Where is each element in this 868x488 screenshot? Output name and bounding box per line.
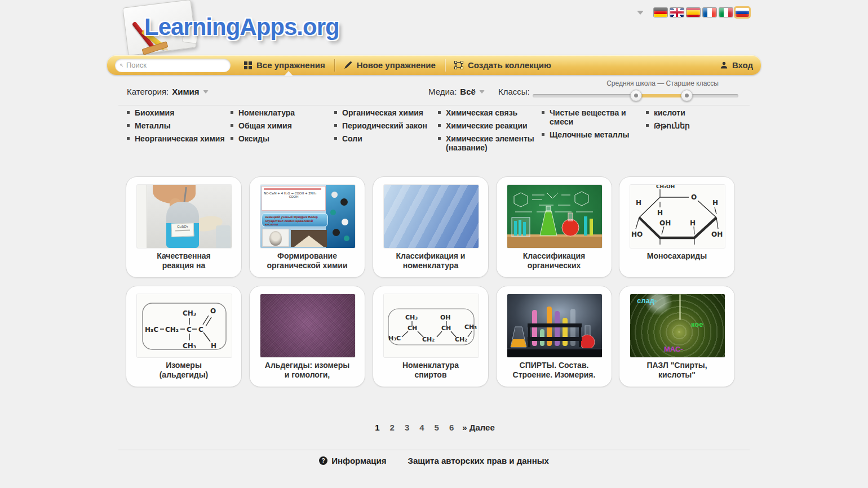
subcategory-link[interactable]: Общая химия bbox=[231, 121, 330, 130]
search-input[interactable] bbox=[126, 61, 225, 69]
flag-fr-icon[interactable] bbox=[703, 8, 716, 17]
liquid-stream bbox=[679, 294, 681, 320]
subcategory-label: Металлы bbox=[135, 121, 171, 130]
exercise-card[interactable]: Классификация иноменклатура bbox=[373, 176, 489, 278]
nav-separator bbox=[445, 59, 445, 72]
subcategory-label: Химические реакции bbox=[446, 121, 528, 130]
bottle-label: CuSO₄ bbox=[171, 223, 194, 237]
subcategory-link[interactable]: Соли bbox=[334, 134, 433, 143]
formula-label: CH₃ bbox=[464, 323, 477, 331]
card-title: ПАЗЛ "Спирты,кислоты" bbox=[624, 361, 730, 380]
page-4[interactable]: 4 bbox=[418, 423, 426, 432]
page-5[interactable]: 5 bbox=[433, 423, 441, 432]
bullet-icon bbox=[127, 111, 130, 114]
page-1[interactable]: 1 bbox=[373, 423, 381, 432]
subcategory-label: Оксиды bbox=[238, 134, 269, 143]
subcategory-label: Щелочные металлы bbox=[550, 130, 630, 139]
bottle-label-text: CuSO₄ bbox=[177, 224, 188, 229]
subcategory-column: Химическая связь Химические реакции Хими… bbox=[438, 108, 541, 156]
exercise-card[interactable]: H₃C CH CH₃ CH₂ CH OH CH₂ CH₃ Номенклатур… bbox=[373, 286, 489, 387]
footer-copyright-label: Защита авторских прав и данных bbox=[408, 456, 548, 465]
collection-frame-icon bbox=[454, 61, 463, 69]
chevron-down-icon bbox=[203, 90, 209, 94]
molecule-atom bbox=[344, 236, 349, 241]
bullet-icon bbox=[231, 124, 233, 127]
nav-all-exercises[interactable]: Все упражнения bbox=[244, 60, 325, 70]
media-filter[interactable]: Медиа: Всё bbox=[428, 87, 485, 96]
subcategory-link[interactable]: Թթուներ bbox=[646, 121, 745, 130]
exercise-card[interactable]: Альдегиды: изомерыи гомологи, bbox=[249, 286, 365, 387]
nav-all-exercises-label: Все упражнения bbox=[256, 60, 325, 70]
subcategory-column: кислоти Թթուներ bbox=[646, 108, 745, 134]
subcategory-column: Чистые вещества и смеси Щелочные металлы bbox=[542, 108, 641, 143]
filter-bar: Категория: Химия Медиа: Всё Классы: Сред… bbox=[107, 79, 761, 105]
subcategory-link[interactable]: Химические элементы (название) bbox=[438, 134, 541, 152]
media-label: Медиа: bbox=[428, 87, 457, 96]
site-logo-text[interactable]: LearningApps.org bbox=[144, 14, 339, 41]
page-6[interactable]: 6 bbox=[448, 423, 455, 432]
subcategory-link[interactable]: Номенклатура bbox=[231, 108, 330, 117]
classes-slider-fill bbox=[636, 94, 687, 97]
flag-es-icon[interactable] bbox=[687, 8, 700, 17]
card-image-water-drop-puzzle: слад- кое МАС- bbox=[630, 294, 725, 357]
formula-label: H bbox=[636, 199, 641, 207]
subcategory-link[interactable]: Периодический закон bbox=[334, 121, 433, 130]
card-title: Классификация иноменклатура bbox=[378, 251, 484, 270]
nav-create-collection[interactable]: Создать коллекцию bbox=[454, 60, 551, 70]
subcategory-label: кислоти bbox=[654, 108, 685, 117]
page-3[interactable]: 3 bbox=[403, 423, 411, 432]
equation-line-2: COOH bbox=[264, 195, 324, 198]
subcategory-link[interactable]: Химическая связь bbox=[438, 108, 541, 117]
exercise-card[interactable]: Классификацияорганических bbox=[496, 176, 612, 278]
search-box[interactable] bbox=[115, 59, 231, 72]
classes-slider-handle-left[interactable] bbox=[630, 90, 642, 101]
subcategory-label: Թթուներ bbox=[654, 121, 690, 130]
footer-copyright-link[interactable]: Защита авторских прав и данных bbox=[408, 456, 548, 465]
subcategory-link[interactable]: Щелочные металлы bbox=[542, 130, 641, 139]
subcategory-label: Биохимия bbox=[135, 108, 174, 117]
subcategory-link[interactable]: Неорганическая химия bbox=[127, 134, 226, 143]
subcategory-link[interactable]: Чистые вещества и смеси bbox=[542, 108, 641, 126]
card-title: Качественнаяреакция на bbox=[131, 251, 237, 270]
subcategory-link[interactable]: Биохимия bbox=[127, 108, 226, 117]
card-image-cuso4-bottle: CuSO₄ bbox=[137, 185, 232, 248]
powder-photo bbox=[291, 230, 327, 247]
bullet-icon bbox=[438, 124, 441, 127]
page-2[interactable]: 2 bbox=[388, 423, 396, 432]
classes-slider-handle-right[interactable] bbox=[681, 90, 693, 101]
exercise-card[interactable]: CuSO₄ Качественнаяреакция на bbox=[126, 176, 242, 278]
subcategory-link[interactable]: кислоти bbox=[646, 108, 745, 117]
nav-login[interactable]: Вход bbox=[720, 60, 753, 70]
subcategory-link[interactable]: Химические реакции bbox=[438, 121, 541, 130]
exercise-card[interactable]: CH₂OH O H H H OH H HO OH Моносахариды bbox=[619, 176, 735, 278]
flag-it-icon[interactable] bbox=[719, 8, 733, 17]
subcategory-link[interactable]: Металлы bbox=[127, 121, 226, 130]
subcategory-label: Органическая химия bbox=[342, 108, 423, 117]
exercise-card[interactable]: NC-C≡N + 4 H₂O → COOH + 2NH₃ COOH Немецк… bbox=[249, 176, 365, 278]
formula-label: C bbox=[187, 326, 192, 334]
exercise-card[interactable]: H₃C CH₂ C C CH₃ CH₃ O H Изомеры(альдегид… bbox=[126, 286, 242, 387]
molecule-atom bbox=[333, 229, 340, 236]
language-dropdown-icon[interactable] bbox=[637, 11, 644, 15]
flag-en-icon[interactable] bbox=[670, 8, 684, 17]
category-filter[interactable]: Категория: Химия bbox=[127, 87, 209, 96]
card-title: Классификацияорганических bbox=[501, 251, 607, 270]
red-caption-line bbox=[264, 188, 321, 190]
subcategory-column: Биохимия Металлы Неорганическая химия bbox=[127, 108, 226, 147]
glass bbox=[216, 225, 231, 248]
scientist-portrait bbox=[262, 229, 289, 247]
exercise-card[interactable]: слад- кое МАС- ПАЗЛ "Спирты,кислоты" bbox=[619, 286, 735, 387]
language-picker bbox=[637, 7, 752, 17]
flag-de-icon[interactable] bbox=[654, 8, 667, 17]
footer-info-link[interactable]: ? Информация bbox=[319, 456, 386, 465]
subcategory-link[interactable]: Оксиды bbox=[231, 134, 330, 143]
card-title: Номенклатураспиртов bbox=[378, 361, 484, 380]
nav-new-exercise[interactable]: Новое упражнение bbox=[344, 60, 436, 70]
exercise-card[interactable]: СПИРТЫ. Состав.Строение. Изомерия. bbox=[496, 286, 612, 387]
bullet-icon bbox=[438, 111, 441, 114]
flag-ru-icon-selected[interactable] bbox=[736, 8, 749, 17]
next-page-link[interactable]: » Далее bbox=[462, 423, 495, 432]
bottle: CuSO₄ bbox=[166, 202, 199, 248]
formula-label: H₃C bbox=[388, 335, 401, 342]
subcategory-link[interactable]: Органическая химия bbox=[334, 108, 433, 117]
